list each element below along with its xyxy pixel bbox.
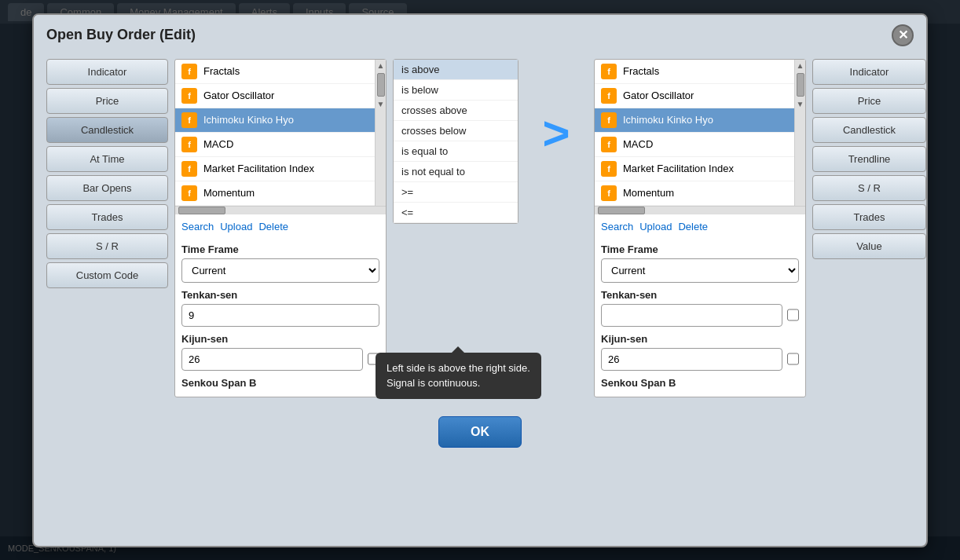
left-indicator-icon-ichimoku: f: [181, 112, 197, 128]
sidebar-btn-value-right[interactable]: Value: [812, 233, 926, 259]
right-tenkan-label: Tenkan-sen: [601, 289, 799, 301]
right-indicator-macd[interactable]: f MACD: [595, 133, 794, 157]
sidebar-btn-sr-left[interactable]: S / R: [46, 233, 168, 259]
left-indicator-scrollbar[interactable]: ▲ ▼: [375, 60, 386, 206]
sidebar-btn-candlestick-left[interactable]: Candlestick: [46, 117, 168, 143]
right-indicator-scrollbar[interactable]: ▲ ▼: [794, 60, 805, 206]
sidebar-btn-candlestick-right[interactable]: Candlestick: [812, 117, 926, 143]
left-senkou-label: Senkou Span B: [181, 377, 379, 389]
left-panel-actions: Search Upload Delete: [175, 214, 386, 239]
sidebar-btn-sr-right[interactable]: S / R: [812, 175, 926, 201]
left-tenkan-row: [181, 304, 379, 327]
condition-panel: is above is below crosses above crosses …: [393, 59, 518, 224]
dialog-title: Open Buy Order (Edit): [46, 27, 196, 43]
left-kijun-input[interactable]: [181, 348, 363, 371]
dialog: Open Buy Order (Edit) ✕ Indicator Price …: [32, 13, 928, 547]
left-indicator-panel: f Fractals f Gator Oscillator f Ichimoku…: [174, 59, 387, 397]
ok-button-row: OK: [46, 404, 914, 454]
right-indicator-list: f Fractals f Gator Oscillator f Ichimoku…: [595, 60, 794, 206]
left-kijun-row: [181, 348, 379, 371]
left-indicator-label-gator: Gator Oscillator: [203, 90, 274, 101]
sidebar-btn-indicator-right[interactable]: Indicator: [812, 59, 926, 85]
condition-crosses-above[interactable]: crosses above: [394, 101, 518, 121]
tooltip-line2: Signal is continuous.: [387, 375, 530, 391]
left-indicator-gator[interactable]: f Gator Oscillator: [175, 84, 375, 108]
right-indicator-fractals[interactable]: f Fractals: [595, 60, 794, 84]
right-indicator-ichimoku[interactable]: f Ichimoku Kinko Hyo: [595, 108, 794, 133]
right-indicator-momentum[interactable]: f Momentum: [595, 181, 794, 206]
left-indicator-list: f Fractals f Gator Oscillator f Ichimoku…: [175, 60, 375, 206]
right-bottom-scrollbar[interactable]: [595, 206, 805, 214]
left-list-wrap: f Fractals f Gator Oscillator f Ichimoku…: [175, 60, 386, 206]
left-indicator-mfi[interactable]: f Market Facilitation Index: [175, 157, 375, 181]
left-indicator-icon-fractals: f: [181, 64, 197, 79]
right-indicator-gator[interactable]: f Gator Oscillator: [595, 84, 794, 108]
sidebar-btn-trades-left[interactable]: Trades: [46, 204, 168, 230]
scrollbar-down-icon: ▼: [377, 100, 385, 108]
left-indicator-label-macd: MACD: [203, 138, 233, 150]
right-indicator-label-macd: MACD: [623, 138, 653, 150]
left-indicator-icon-macd: f: [181, 137, 197, 152]
right-panel-actions: Search Upload Delete: [595, 214, 805, 239]
right-scrollbar-thumb[interactable]: [797, 73, 804, 97]
sidebar-btn-trendline-right[interactable]: Trendline: [812, 146, 926, 172]
right-tenkan-checkbox[interactable]: [787, 309, 799, 321]
sidebar-btn-attime-left[interactable]: At Time: [46, 146, 168, 172]
right-tenkan-input[interactable]: [601, 304, 782, 327]
left-upload-button[interactable]: Upload: [220, 221, 252, 232]
left-timeframe-select[interactable]: Current: [181, 258, 379, 283]
sidebar-btn-price-right[interactable]: Price: [812, 88, 926, 114]
right-indicator-label-mfi: Market Facilitation Index: [623, 163, 734, 174]
right-upload-button[interactable]: Upload: [639, 221, 672, 232]
close-button[interactable]: ✕: [892, 24, 914, 46]
sidebar-btn-price-left[interactable]: Price: [46, 88, 168, 114]
left-bottom-scrollbar-thumb[interactable]: [178, 207, 225, 214]
right-delete-button[interactable]: Delete: [678, 221, 708, 232]
right-timeframe-select[interactable]: Current: [601, 258, 799, 283]
left-indicator-label-momentum: Momentum: [203, 187, 255, 199]
left-indicator-label-fractals: Fractals: [203, 65, 240, 77]
condition-is-not-equal-to[interactable]: is not equal to: [394, 162, 518, 182]
left-delete-button[interactable]: Delete: [258, 221, 288, 232]
left-indicator-icon-momentum: f: [181, 185, 197, 201]
right-sidebar: Indicator Price Candlestick Trendline S …: [812, 59, 926, 259]
condition-is-below[interactable]: is below: [394, 80, 518, 101]
right-list-wrap: f Fractals f Gator Oscillator f Ichimoku…: [595, 60, 805, 206]
left-sidebar: Indicator Price Candlestick At Time Bar …: [46, 59, 168, 288]
left-indicator-label-mfi: Market Facilitation Index: [203, 163, 314, 174]
condition-crosses-below[interactable]: crosses below: [394, 121, 518, 141]
left-kijun-label: Kijun-sen: [181, 333, 379, 345]
condition-is-above[interactable]: is above: [394, 60, 518, 80]
right-indicator-mfi[interactable]: f Market Facilitation Index: [595, 157, 794, 181]
right-bottom-scrollbar-thumb[interactable]: [598, 207, 645, 214]
right-indicator-panel: f Fractals f Gator Oscillator f Ichimoku…: [594, 59, 806, 397]
right-indicator-icon-mfi: f: [601, 161, 617, 177]
right-params-section: Time Frame Current Tenkan-sen Kijun-sen: [595, 239, 805, 397]
sidebar-btn-customcode-left[interactable]: Custom Code: [46, 262, 168, 288]
sidebar-btn-trades-right[interactable]: Trades: [812, 204, 926, 230]
right-kijun-checkbox[interactable]: [787, 353, 799, 365]
left-indicator-ichimoku[interactable]: f Ichimoku Kinko Hyo: [175, 108, 375, 133]
modal-overlay: Open Buy Order (Edit) ✕ Indicator Price …: [0, 0, 960, 560]
left-indicator-macd[interactable]: f MACD: [175, 133, 375, 157]
condition-is-equal-to[interactable]: is equal to: [394, 141, 518, 162]
left-bottom-scrollbar[interactable]: [175, 206, 386, 214]
condition-lte[interactable]: <=: [394, 203, 518, 223]
left-indicator-fractals[interactable]: f Fractals: [175, 60, 375, 84]
right-indicator-icon-fractals: f: [601, 64, 617, 79]
scrollbar-thumb[interactable]: [377, 73, 385, 97]
right-senkou-label: Senkou Span B: [601, 377, 799, 389]
condition-gte[interactable]: >=: [394, 182, 518, 203]
sidebar-btn-baropens-left[interactable]: Bar Opens: [46, 175, 168, 201]
left-indicator-label-ichimoku: Ichimoku Kinko Hyo: [203, 114, 294, 126]
right-indicator-icon-macd: f: [601, 137, 617, 152]
left-search-button[interactable]: Search: [181, 221, 214, 232]
right-search-button[interactable]: Search: [601, 221, 633, 232]
right-indicator-icon-momentum: f: [601, 185, 617, 201]
left-indicator-momentum[interactable]: f Momentum: [175, 181, 375, 206]
tooltip-line1: Left side is above the right side.: [387, 361, 530, 376]
sidebar-btn-indicator-left[interactable]: Indicator: [46, 59, 168, 85]
right-kijun-input[interactable]: [601, 348, 782, 371]
ok-button[interactable]: OK: [438, 416, 522, 448]
left-tenkan-input[interactable]: [181, 304, 379, 327]
